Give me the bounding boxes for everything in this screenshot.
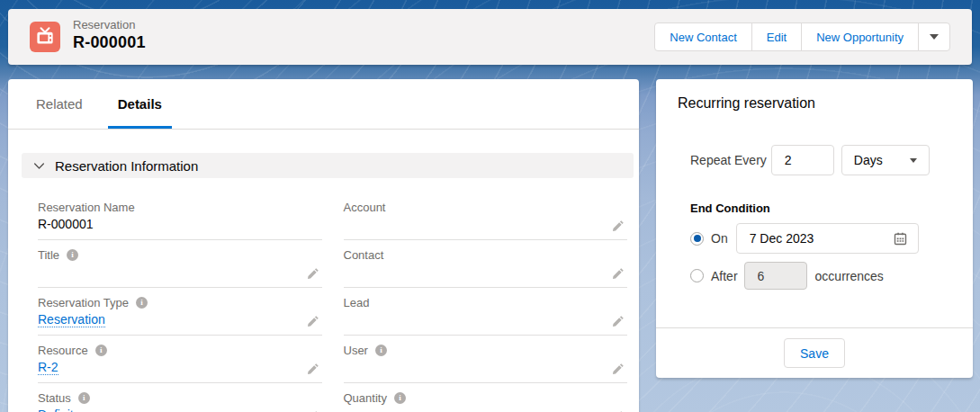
info-icon[interactable] bbox=[67, 249, 78, 261]
edit-contact-button[interactable] bbox=[612, 267, 625, 280]
edit-user-button[interactable] bbox=[612, 363, 625, 375]
field-value bbox=[344, 264, 628, 282]
info-icon[interactable] bbox=[375, 345, 387, 356]
field-label: Reservation Type bbox=[38, 295, 322, 309]
field-label: Account bbox=[344, 200, 628, 214]
end-on-label[interactable]: On bbox=[711, 231, 728, 246]
recurring-reservation-card: Recurring reservation Repeat Every Days … bbox=[656, 79, 973, 378]
field-lead: Lead bbox=[344, 288, 628, 336]
frequency-select[interactable]: Days bbox=[841, 145, 930, 175]
field-label: Contact bbox=[344, 247, 628, 262]
field-label: Title bbox=[38, 247, 322, 262]
info-icon[interactable] bbox=[394, 392, 406, 404]
frequency-selected-value: Days bbox=[854, 153, 883, 167]
occurrences-input[interactable] bbox=[744, 262, 807, 290]
end-date-input[interactable]: 7 Dec 2023 bbox=[736, 223, 919, 254]
field-value bbox=[344, 312, 628, 330]
field-label: Lead bbox=[344, 295, 628, 309]
end-date-value: 7 Dec 2023 bbox=[750, 231, 814, 246]
end-on-radio[interactable] bbox=[690, 232, 704, 246]
field-contact: Contact bbox=[344, 240, 628, 288]
field-label-text: User bbox=[344, 344, 368, 357]
resource-link[interactable]: R-2 bbox=[38, 360, 58, 375]
record-header: Reservation R-000001 New ContactEditNew … bbox=[8, 9, 972, 65]
info-icon[interactable] bbox=[78, 392, 90, 404]
edit-account-button[interactable] bbox=[612, 219, 625, 232]
field-column-right: AccountContactLeadUserQuantity bbox=[344, 193, 628, 412]
tab-details[interactable]: Details bbox=[108, 79, 172, 129]
field-grid: Reservation NameR-000001TitleReservation… bbox=[38, 193, 627, 412]
section-reservation-information[interactable]: Reservation Information bbox=[22, 153, 634, 178]
field-value bbox=[344, 360, 628, 378]
field-title: Title bbox=[38, 240, 322, 288]
field-value bbox=[38, 264, 322, 282]
field-label-text: Resource bbox=[38, 344, 88, 357]
field-label-text: Lead bbox=[344, 296, 370, 309]
field-label-text: Quantity bbox=[344, 391, 387, 405]
edit-resource-button[interactable] bbox=[307, 363, 319, 375]
field-label-text: Reservation Name bbox=[38, 201, 135, 214]
field-label: Reservation Name bbox=[38, 200, 322, 214]
object-label: Reservation bbox=[73, 18, 146, 31]
more-actions-button[interactable] bbox=[918, 22, 950, 51]
recurring-card-footer: Save bbox=[656, 327, 973, 378]
edit-title-button[interactable] bbox=[307, 267, 319, 280]
reservation-type-link[interactable]: Reservation bbox=[38, 312, 105, 327]
chevron-down-icon bbox=[33, 160, 45, 172]
edit-reservation-type-button[interactable] bbox=[307, 315, 319, 327]
chevron-down-icon bbox=[930, 34, 939, 40]
field-column-left: Reservation NameR-000001TitleReservation… bbox=[38, 193, 322, 412]
field-reservation-type: Reservation TypeReservation bbox=[38, 288, 322, 336]
field-label: Status bbox=[38, 390, 322, 405]
status-link[interactable]: Definite bbox=[38, 408, 80, 412]
field-label: User bbox=[344, 343, 628, 357]
field-label-text: Contact bbox=[344, 248, 384, 262]
new-contact-button[interactable]: New Contact bbox=[654, 22, 751, 51]
field-resource: ResourceR-2 bbox=[38, 336, 322, 383]
tab-related[interactable]: Related bbox=[26, 79, 93, 129]
field-label-text: Reservation Type bbox=[38, 296, 129, 309]
calendar-icon[interactable] bbox=[894, 232, 907, 246]
edit-button[interactable]: Edit bbox=[751, 22, 802, 51]
chevron-down-icon bbox=[910, 158, 917, 163]
header-action-buttons: New ContactEditNew Opportunity bbox=[654, 22, 950, 51]
record-tabs: RelatedDetails bbox=[8, 79, 639, 130]
info-icon[interactable] bbox=[136, 297, 148, 309]
recurring-card-title: Recurring reservation bbox=[656, 79, 973, 112]
reservation-object-icon bbox=[30, 22, 60, 52]
field-status: StatusDefinite bbox=[38, 383, 322, 412]
field-value bbox=[344, 217, 628, 235]
occurrences-label: occurrences bbox=[815, 269, 884, 283]
field-value: R-2 bbox=[38, 360, 322, 378]
field-quantity: Quantity bbox=[344, 383, 628, 412]
field-reservation-name: Reservation NameR-000001 bbox=[38, 193, 322, 240]
field-user: User bbox=[344, 336, 628, 383]
field-value: Definite bbox=[38, 408, 322, 412]
new-opportunity-button[interactable]: New Opportunity bbox=[801, 22, 919, 51]
end-after-radio[interactable] bbox=[690, 269, 704, 282]
end-condition-label: End Condition bbox=[690, 202, 973, 215]
field-label: Resource bbox=[38, 343, 322, 357]
record-title: R-000001 bbox=[73, 33, 146, 52]
info-icon[interactable] bbox=[95, 345, 107, 356]
end-after-label[interactable]: After bbox=[711, 269, 738, 283]
save-button[interactable]: Save bbox=[784, 338, 845, 368]
record-detail-card: RelatedDetails Reservation Information R… bbox=[8, 79, 639, 412]
edit-lead-button[interactable] bbox=[612, 315, 625, 327]
field-label: Quantity bbox=[344, 390, 628, 405]
tv-icon bbox=[34, 26, 56, 48]
record-title-block: Reservation R-000001 bbox=[73, 18, 146, 52]
field-value: R-000001 bbox=[38, 217, 322, 235]
field-value bbox=[344, 408, 628, 412]
repeat-every-label: Repeat Every bbox=[690, 153, 767, 167]
field-account: Account bbox=[344, 193, 628, 240]
repeat-every-row: Repeat Every Days bbox=[690, 145, 973, 175]
repeat-every-input[interactable] bbox=[771, 145, 834, 175]
end-after-row: After occurrences bbox=[690, 262, 973, 290]
end-on-row: On 7 Dec 2023 bbox=[690, 223, 973, 254]
field-value: Reservation bbox=[38, 312, 322, 330]
section-title: Reservation Information bbox=[55, 158, 198, 174]
field-label-text: Account bbox=[344, 201, 386, 214]
field-label-text: Title bbox=[38, 248, 59, 262]
field-label-text: Status bbox=[38, 391, 71, 405]
